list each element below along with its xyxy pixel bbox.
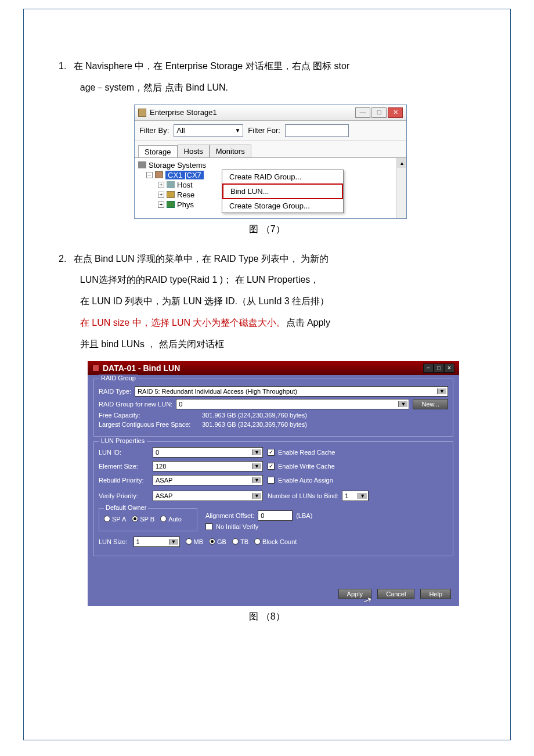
tree-host-label: Host [177,181,193,189]
no-initial-verify-checkbox[interactable] [205,523,212,530]
tab-monitors[interactable]: Monitors [210,145,251,157]
step-2-line-1: 在点 Bind LUN 浮现的菜单中，在 RAID Type 列表中， 为新的 [74,254,329,264]
verify-priority-select[interactable]: ASAP▼ [153,491,263,501]
raid-group-section: RAID Group RAID Type: RAID 5: Redundant … [93,379,453,437]
step-2-line-4: 在 LUN size 中，选择 LUN 大小为整个磁盘大小。点击 Apply [80,312,475,334]
step-2-line-4-red: 在 LUN size 中，选择 LUN 大小为整个磁盘大小。 [80,318,286,327]
new-raid-group-button[interactable]: New... [413,399,448,409]
owner-spa-radio[interactable] [104,516,110,522]
owner-spa-label: SP A [112,516,126,523]
filter-by-select[interactable]: All ▼ [174,124,243,137]
tree-scrollbar[interactable]: ▴ [396,158,406,218]
enable-read-cache-checkbox[interactable]: ✓ [268,449,275,456]
maximize-button[interactable]: □ [371,107,387,118]
maximize-button[interactable]: □ [434,363,444,373]
step-1-line-b: age－system，然后 点击 Bind LUN. [80,82,228,92]
array-icon [155,171,163,178]
close-button[interactable]: ✕ [388,107,403,118]
verify-priority-value: ASAP [156,492,172,499]
expand-icon[interactable]: + [158,201,164,208]
num-luns-select[interactable]: 1▼ [342,491,369,501]
element-size-select[interactable]: 128▼ [153,461,263,471]
largest-contig-value: 301.963 GB (324,230,369,760 bytes) [202,421,307,428]
element-size-label: Element Size: [99,463,148,470]
alignment-unit-label: (LBA) [296,512,312,519]
step-2: 2.在点 Bind LUN 浮现的菜单中，在 RAID Type 列表中， 为新… [59,249,475,355]
unit-block-count-radio[interactable] [254,538,261,545]
unit-gb-radio[interactable] [209,538,215,545]
es-titlebar: Enterprise Storage1 — □ ✕ [135,105,406,121]
tree-root-label: Storage Systems [149,161,206,170]
tab-storage[interactable]: Storage [138,145,178,158]
expand-icon[interactable]: + [158,192,164,198]
lun-size-select[interactable]: 1▼ [134,537,180,547]
unit-mb-radio[interactable] [186,538,192,545]
raid-type-select[interactable]: RAID 5: Redundant Individual Access (Hig… [135,386,448,397]
step-2-number: 2. [59,249,74,270]
lun-id-label: LUN ID: [99,449,148,456]
rebuild-priority-select[interactable]: ASAP▼ [153,475,263,485]
bind-lun-title: DATA-01 - Bind LUN [103,363,423,373]
enable-auto-assign-checkbox[interactable] [268,477,275,484]
reserved-icon [167,191,175,198]
tree-rese-label: Rese [177,190,194,199]
lun-id-select[interactable]: 0▼ [153,447,263,458]
step-1-line-a: 在 Navisphere 中，在 Enterprise Storage 对话框里… [74,61,350,71]
filter-by-value: All [176,126,185,135]
tab-hosts[interactable]: Hosts [178,145,210,157]
rebuild-priority-label: Rebuild Priority: [99,477,148,484]
num-luns-value: 1 [345,492,348,499]
enable-write-cache-label: Enable Write Cache [278,463,335,470]
raid-type-label: RAID Type: [99,388,131,395]
verify-priority-label: Verify Priority: [99,492,148,499]
minimize-button[interactable]: — [355,107,370,118]
enterprise-storage-window: Enterprise Storage1 — □ ✕ Filter By: All… [134,105,407,219]
apply-button[interactable]: Apply [338,589,372,599]
storage-systems-icon [138,161,146,168]
chevron-down-icon: ▼ [252,493,261,499]
raid-group-new-label: RAID Group for new LUN: [99,401,172,408]
collapse-icon[interactable]: − [146,172,153,178]
tree-root[interactable]: Storage Systems [138,160,403,170]
unit-tb-radio[interactable] [232,538,239,545]
raid-type-value: RAID 5: Redundant Individual Access (Hig… [138,388,297,395]
tree-array-label: CX1 [CX7 [165,171,204,179]
storage-tree: Storage Systems − CX1 [CX7 + Host + Rese… [135,157,406,218]
page-frame: 1.在 Navisphere 中，在 Enterprise Storage 对话… [23,9,511,740]
button-row: Apply Cancel Help [93,584,453,600]
owner-spb-radio[interactable] [132,516,138,522]
lun-properties-section: LUN Properties LUN ID: 0▼ ✓Enable Read C… [93,441,453,556]
menu-create-raid-group[interactable]: Create RAID Group... [222,170,343,183]
scroll-up-button[interactable]: ▴ [397,158,406,168]
bind-lun-body: RAID Group RAID Type: RAID 5: Redundant … [88,375,459,606]
default-owner-group: Default Owner SP A SP B Auto [99,508,197,531]
filter-toolbar: Filter By: All ▼ Filter For: [135,121,406,141]
chevron-down-icon: ▼ [252,463,261,469]
alignment-offset-label: Alignment Offset: [205,512,254,519]
menu-bind-lun[interactable]: Bind LUN... [222,183,343,199]
free-capacity-value: 301.963 GB (324,230,369,760 bytes) [202,412,307,419]
raid-group-value: 0 [179,401,182,408]
minimize-button[interactable]: – [423,363,434,373]
chevron-down-icon: ▼ [358,493,367,499]
expand-icon[interactable]: + [158,182,164,188]
menu-create-storage-group[interactable]: Create Storage Group... [222,199,343,213]
filter-for-input[interactable] [285,124,349,137]
cancel-button[interactable]: Cancel [377,589,414,599]
es-title: Enterprise Storage1 [150,108,355,117]
rebuild-priority-value: ASAP [156,477,172,484]
step-2-line-4-tail: 点击 Apply [286,318,330,327]
step-2-line-3: 在 LUN ID 列表中，为新 LUN 选择 ID.（从 LunId 3 往后排… [80,291,475,312]
lun-size-value: 1 [136,538,140,545]
chevron-down-icon: ▼ [234,127,240,134]
close-button[interactable]: × [444,363,454,373]
raid-group-select[interactable]: 0 ▼ [176,399,409,409]
tab-strip: Storage Hosts Monitors [135,141,406,157]
owner-auto-radio[interactable] [160,516,167,522]
enable-write-cache-checkbox[interactable]: ✓ [268,463,275,470]
app-icon [138,109,146,117]
alignment-offset-input[interactable]: 0 [258,510,293,521]
filter-for-label: Filter For: [248,126,280,135]
help-button[interactable]: Help [420,589,451,599]
enable-auto-assign-label: Enable Auto Assign [278,477,333,484]
